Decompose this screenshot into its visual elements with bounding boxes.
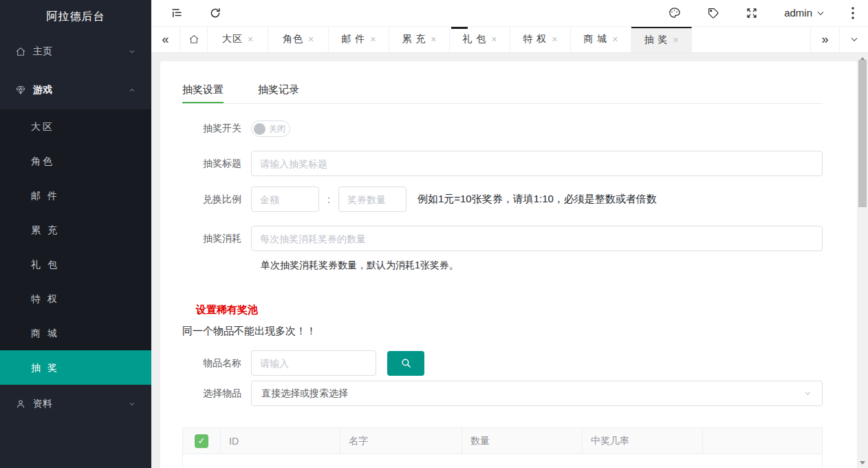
column-header-win-rate: 中奖几率 [583, 428, 703, 454]
tab-lottery-records[interactable]: 抽奖记录 [258, 75, 299, 103]
home-icon [15, 46, 26, 57]
field-label: 兑换比例 [182, 193, 251, 206]
tab-label: 角色 [283, 33, 303, 45]
sidebar-item-region[interactable]: 大区 [0, 109, 151, 144]
collapse-menu-icon[interactable] [171, 7, 183, 19]
search-button[interactable] [387, 351, 424, 376]
home-tab[interactable] [180, 27, 208, 52]
column-header-id: ID [221, 428, 340, 454]
ratio-amount-input[interactable] [251, 187, 319, 212]
close-icon[interactable]: × [491, 34, 497, 45]
scrollbar-thumb[interactable] [858, 60, 867, 207]
lottery-title-input[interactable] [251, 151, 823, 176]
palette-icon[interactable] [668, 6, 681, 19]
tab-mall[interactable]: 商 城 × [571, 27, 631, 52]
close-icon[interactable]: × [612, 34, 618, 45]
table-header-row: ✓ ID 名字 数量 中奖几率 [183, 428, 822, 454]
chevron-down-icon [849, 34, 859, 44]
app-root: 阿拉德后台 主页 游戏 大区 角色 邮 件 累 充 礼 包 特 [0, 0, 868, 468]
tab-label: 邮 件 [341, 33, 365, 45]
tabs-scroll-right-button[interactable]: » [810, 27, 839, 52]
lottery-switch-toggle[interactable]: 关闭 [251, 120, 290, 137]
item-name-row: 物品名称 [182, 350, 823, 376]
tab-privilege[interactable]: 特 权 × [510, 27, 571, 52]
refresh-icon[interactable] [209, 7, 221, 19]
more-vertical-icon[interactable] [851, 7, 854, 19]
ratio-colon: : [327, 194, 330, 205]
sidebar: 阿拉德后台 主页 游戏 大区 角色 邮 件 累 充 礼 包 特 [0, 0, 151, 468]
tab-recharge[interactable]: 累 充 × [389, 27, 450, 52]
close-icon[interactable]: × [248, 34, 253, 45]
vertical-scrollbar[interactable] [857, 53, 868, 468]
scroll-down-icon[interactable] [857, 457, 868, 468]
item-select-dropdown[interactable]: 直接选择或搜索选择 [251, 381, 823, 406]
switch-row: 抽奖开关 关闭 [182, 120, 823, 137]
sidebar-item-home[interactable]: 主页 [0, 32, 151, 71]
topbar-left-icons [171, 7, 221, 19]
lottery-settings-card: 抽奖设置 抽奖记录 抽奖开关 关闭 抽奖标题 [160, 61, 857, 468]
field-label: 选择物品 [182, 387, 251, 400]
tabs-scroll-left-button[interactable]: « [151, 27, 180, 52]
ratio-hint: 例如1元=10张奖券，请填1:10，必须是整数或者倍数 [417, 193, 657, 206]
user-dropdown[interactable]: admin [784, 7, 825, 19]
sidebar-item-mail[interactable]: 邮 件 [0, 178, 151, 213]
close-icon[interactable]: × [673, 34, 678, 45]
tabs-menu-button[interactable] [839, 27, 868, 52]
close-icon[interactable]: × [370, 34, 376, 45]
table-header-checkbox-cell: ✓ [183, 428, 221, 454]
toggle-state-label: 关闭 [269, 123, 285, 135]
main-column: admin « 大区 × 角色 × 邮 件 [151, 0, 868, 468]
topbar-right-icons: admin [668, 6, 854, 19]
page-tabbar: « 大区 × 角色 × 邮 件 × 累 充 × 礼 包 [151, 27, 868, 53]
app-logo: 阿拉德后台 [0, 0, 151, 32]
close-icon[interactable]: × [308, 34, 314, 45]
tag-icon[interactable] [707, 7, 719, 19]
user-icon [15, 398, 26, 410]
tab-giftpack[interactable]: 礼 包 × [450, 27, 510, 52]
chevron-down-icon [128, 47, 136, 56]
field-label: 物品名称 [182, 357, 251, 370]
column-header-name: 名字 [340, 428, 462, 454]
sidebar-item-role[interactable]: 角色 [0, 144, 151, 178]
item-name-input[interactable] [251, 350, 376, 376]
select-all-checkbox[interactable]: ✓ [195, 434, 208, 448]
top-header: admin [151, 0, 868, 27]
sidebar-item-game[interactable]: 游戏 [0, 71, 151, 109]
lottery-cost-input[interactable] [251, 226, 823, 251]
home-icon [188, 34, 199, 45]
close-icon[interactable]: × [552, 34, 557, 45]
ratio-tickets-input[interactable] [338, 187, 406, 212]
tab-label: 抽 奖 [644, 34, 668, 46]
tab-region[interactable]: 大区 × [208, 27, 268, 52]
sidebar-item-lottery[interactable]: 抽 奖 [0, 350, 151, 385]
prize-pool-table: ✓ ID 名字 数量 中奖几率 [182, 427, 823, 468]
tab-lottery-settings[interactable]: 抽奖设置 [182, 75, 224, 103]
title-row: 抽奖标题 [182, 151, 823, 176]
sidebar-item-mall[interactable]: 商 城 [0, 316, 151, 350]
sidebar-item-label: 游戏 [33, 84, 52, 96]
sidebar-item-giftpack[interactable]: 礼 包 [0, 247, 151, 281]
fullscreen-icon[interactable] [746, 7, 758, 19]
field-label: 抽奖消耗 [182, 233, 251, 245]
tab-role[interactable]: 角色 × [268, 27, 329, 52]
field-label: 抽奖开关 [182, 123, 251, 135]
tab-label: 大区 [222, 33, 243, 45]
tab-label: 礼 包 [462, 33, 486, 45]
chevron-down-icon [128, 400, 136, 408]
tab-label: 特 权 [523, 33, 547, 45]
tab-lottery[interactable]: 抽 奖 × [631, 27, 692, 52]
table-row [183, 454, 822, 468]
sidebar-item-privilege[interactable]: 特 权 [0, 281, 151, 316]
column-header-actions [703, 428, 822, 454]
sidebar-item-profile[interactable]: 资料 [0, 385, 151, 423]
item-select-row: 选择物品 直接选择或搜索选择 [182, 381, 823, 406]
chevron-up-icon [128, 86, 136, 94]
sidebar-game-submenu: 大区 角色 邮 件 累 充 礼 包 特 权 商 城 抽 奖 [0, 109, 151, 385]
sidebar-filler [0, 423, 151, 468]
tab-loading-indicator [451, 27, 468, 29]
tab-label: 商 城 [583, 33, 607, 45]
tab-mail[interactable]: 邮 件 × [329, 27, 389, 52]
sidebar-item-recharge[interactable]: 累 充 [0, 213, 151, 247]
sidebar-item-label: 主页 [33, 45, 52, 58]
close-icon[interactable]: × [431, 34, 436, 45]
